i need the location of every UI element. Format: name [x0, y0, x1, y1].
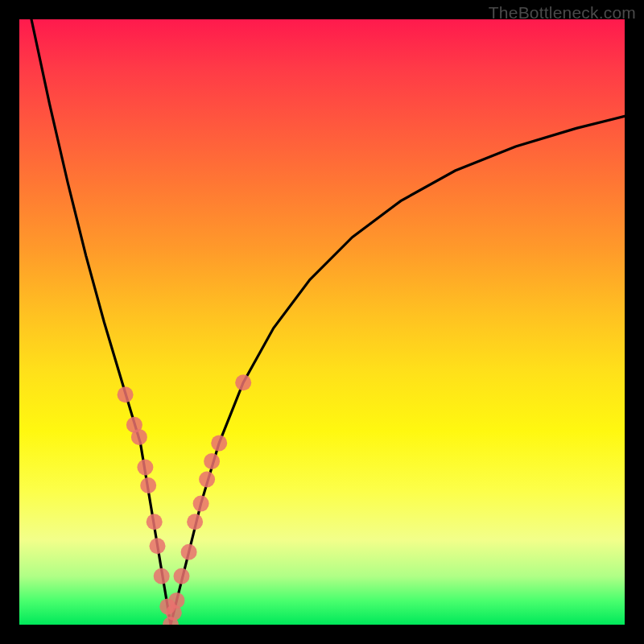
sample-dot — [174, 568, 190, 584]
sample-dot — [140, 477, 156, 493]
curve-layer — [31, 19, 625, 625]
sample-dot — [137, 460, 153, 476]
sample-dot — [154, 568, 170, 584]
sample-dot — [193, 496, 209, 512]
sample-dot — [169, 592, 185, 609]
bottleneck-curve — [31, 19, 625, 625]
sample-dot — [187, 514, 203, 530]
sample-dot — [204, 453, 220, 469]
sample-dot — [211, 435, 227, 451]
sample-dot — [235, 374, 251, 390]
sample-dot — [118, 386, 134, 402]
watermark-text: TheBottleneck.com — [489, 3, 636, 23]
sample-dot — [131, 429, 147, 445]
sample-dot — [199, 472, 215, 488]
sample-dot — [181, 544, 197, 560]
sample-dot — [147, 514, 163, 530]
sample-dot — [150, 538, 166, 554]
chart-svg — [19, 19, 625, 625]
chart-frame: TheBottleneck.com — [0, 0, 644, 644]
